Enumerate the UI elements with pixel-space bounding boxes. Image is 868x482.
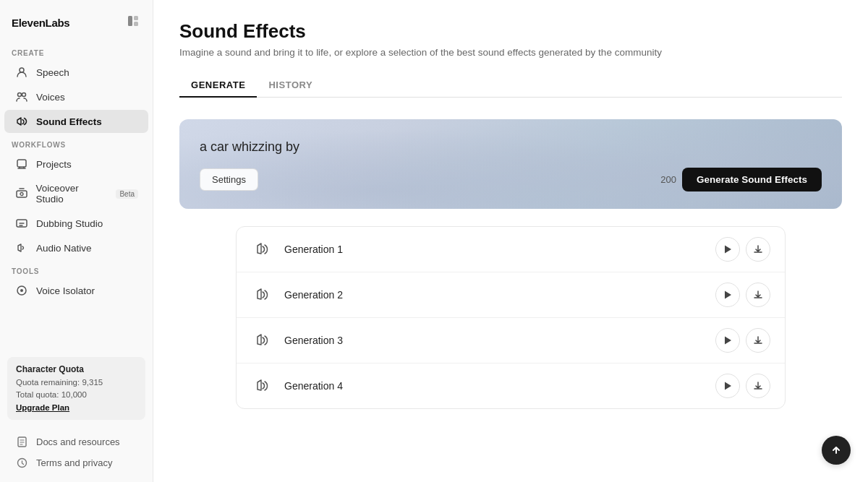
sidebar: ElevenLabs CREATE Speech Voices Sound Ef… [0,0,153,482]
gen-play-button-4[interactable] [715,374,740,398]
sidebar-item-sound-effects[interactable]: Sound Effects [4,110,148,133]
gen-icon-4 [251,374,274,397]
sidebar-item-voiceover-studio[interactable]: Voiceover Studio Beta [4,177,148,210]
sidebar-item-speech[interactable]: Speech [4,61,148,84]
tabs: GENERATE HISTORY [179,74,842,98]
svg-point-3 [20,68,24,72]
page-subtitle: Imagine a sound and bring it to life, or… [179,47,842,58]
gen-download-button-1[interactable] [746,237,770,262]
generation-item-4: Generation 4 [237,363,785,408]
speech-label: Speech [36,67,69,78]
quota-box: Character Quota Quota remaining: 9,315 T… [7,357,145,421]
projects-label: Projects [36,159,72,170]
quota-total: Total quota: 10,000 [16,389,137,401]
sound-description-input[interactable] [200,139,822,155]
generate-sound-effects-button[interactable]: Generate Sound Effects [682,168,822,191]
sidebar-item-projects[interactable]: Projects [4,152,148,176]
dubbing-studio-icon [14,218,29,229]
svg-point-4 [18,93,22,97]
scroll-top-button[interactable] [822,436,851,465]
gen-actions-2 [715,283,770,307]
gen-icon-1 [251,238,274,261]
tab-generate[interactable]: GENERATE [179,74,257,98]
dubbing-studio-label: Dubbing Studio [36,218,103,229]
tools-section-label: TOOLS [0,260,153,278]
sidebar-item-audio-native[interactable]: Audio Native [4,236,148,259]
voice-isolator-label: Voice Isolator [36,285,95,296]
main-content: Sound Effects Imagine a sound and bring … [153,0,868,482]
gen-icon-3 [251,329,274,352]
docs-icon [14,436,29,447]
settings-button[interactable]: Settings [200,168,258,191]
quota-remaining: Quota remaining: 9,315 [16,376,137,389]
sound-effects-label: Sound Effects [36,116,102,127]
voiceover-beta-badge: Beta [116,189,138,199]
sidebar-toggle-button[interactable] [125,13,141,32]
sound-effects-icon [14,116,29,127]
gen-download-button-4[interactable] [746,374,770,398]
gen-download-button-2[interactable] [746,283,770,307]
voiceover-studio-label: Voiceover Studio [36,183,108,205]
tab-history[interactable]: HISTORY [257,74,324,98]
char-count-area: 200 Generate Sound Effects [660,168,822,191]
upgrade-plan-link[interactable]: Upgrade Plan [16,403,69,412]
generation-item-3: Generation 3 [237,318,785,363]
gen-actions-4 [715,374,770,398]
svg-rect-2 [134,22,138,26]
gen-icon-2 [251,283,274,306]
terms-icon [14,457,29,468]
gen-play-button-3[interactable] [715,328,740,353]
sidebar-item-dubbing-studio[interactable]: Dubbing Studio [4,212,148,235]
docs-label: Docs and resources [36,436,120,447]
gen-name-3: Generation 3 [284,335,705,346]
speech-icon [14,66,29,78]
svg-rect-7 [17,191,27,197]
audio-native-label: Audio Native [36,243,92,254]
gen-actions-3 [715,328,770,353]
svg-rect-0 [128,16,132,26]
generate-controls: Settings 200 Generate Sound Effects [200,168,822,191]
gen-name-1: Generation 1 [284,244,705,255]
voiceover-studio-icon [14,188,29,199]
sidebar-item-terms[interactable]: Terms and privacy [4,452,148,473]
svg-point-5 [22,93,26,97]
sidebar-item-voice-isolator[interactable]: Voice Isolator [4,279,148,302]
app-logo: ElevenLabs [12,17,69,29]
svg-point-8 [20,193,23,196]
terms-label: Terms and privacy [36,457,112,468]
generate-area: Settings 200 Generate Sound Effects [179,119,842,209]
layout-icon [127,14,140,27]
gen-name-2: Generation 2 [284,289,705,301]
generation-item-2: Generation 2 [237,272,785,318]
quota-title: Character Quota [16,364,137,374]
page-title: Sound Effects [179,20,842,43]
gen-download-button-3[interactable] [746,328,770,353]
gen-play-button-2[interactable] [715,283,740,307]
sidebar-logo: ElevenLabs [0,0,153,42]
voice-isolator-icon [14,285,29,296]
gen-name-4: Generation 4 [284,380,705,392]
sidebar-bottom: Docs and resources Terms and privacy [0,426,153,482]
sidebar-item-voices[interactable]: Voices [4,85,148,108]
projects-icon [14,158,29,170]
generations-list: Generation 1 Generation 2 [236,226,786,409]
svg-rect-6 [17,160,26,167]
svg-point-11 [20,289,23,292]
generation-item-1: Generation 1 [237,227,785,272]
create-section-label: CREATE [0,42,153,60]
workflows-section-label: WORKFLOWS [0,134,153,152]
voices-icon [14,91,29,103]
gen-actions-1 [715,237,770,262]
gen-play-button-1[interactable] [715,237,740,262]
audio-native-icon [14,242,29,254]
svg-rect-1 [134,16,138,20]
char-count: 200 [660,174,676,185]
sidebar-item-docs[interactable]: Docs and resources [4,431,148,452]
voices-label: Voices [36,92,65,103]
